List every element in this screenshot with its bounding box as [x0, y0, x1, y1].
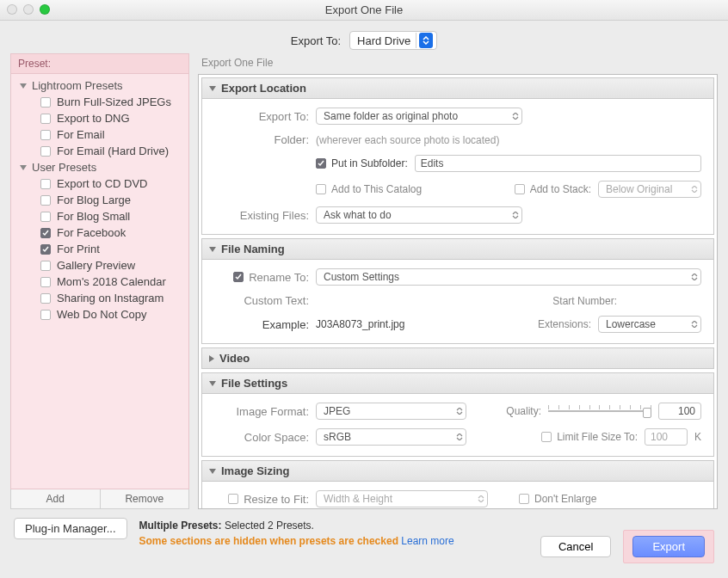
- checkbox[interactable]: [40, 228, 51, 238]
- export-to-select[interactable]: Hard Drive: [349, 31, 437, 50]
- updown-icon: [691, 321, 698, 328]
- preset-header: Preset:: [10, 53, 189, 73]
- updown-icon: [456, 408, 463, 415]
- preset-item[interactable]: For Blog Small: [11, 208, 188, 224]
- checkbox[interactable]: [40, 277, 51, 287]
- checkbox[interactable]: [40, 244, 51, 255]
- panels-scroll[interactable]: Export Location Export To: Same folder a…: [198, 74, 718, 509]
- preset-list[interactable]: Lightroom Presets Burn Full-Sized JPEGs …: [10, 73, 189, 489]
- plugin-manager-button[interactable]: Plug-in Manager...: [14, 518, 127, 539]
- checkbox[interactable]: [40, 146, 51, 157]
- window-title: Export One File: [325, 3, 403, 16]
- add-stack-checkbox[interactable]: Add to Stack:: [515, 183, 591, 195]
- limit-input[interactable]: [645, 428, 688, 446]
- close-icon[interactable]: [7, 4, 17, 15]
- subfolder-checkbox[interactable]: Put in Subfolder:: [316, 157, 408, 169]
- cancel-button[interactable]: Cancel: [540, 536, 611, 557]
- checkbox[interactable]: [233, 272, 244, 282]
- export-button-highlight: Export: [623, 530, 714, 563]
- preset-item[interactable]: Export to DNG: [11, 110, 188, 126]
- learn-more-link[interactable]: Learn more: [401, 535, 453, 547]
- checkbox[interactable]: [519, 494, 529, 504]
- start-number-label: Start Number:: [552, 295, 617, 307]
- checkbox[interactable]: [316, 184, 326, 194]
- slider-thumb-icon[interactable]: [643, 408, 651, 418]
- rename-dropdown[interactable]: Custom Settings: [316, 268, 701, 286]
- extensions-dropdown[interactable]: Lowercase: [598, 316, 701, 333]
- panel-header[interactable]: Export Location: [202, 78, 713, 99]
- checkbox[interactable]: [40, 310, 51, 320]
- checkbox[interactable]: [40, 212, 51, 222]
- disclosure-icon: [209, 247, 216, 252]
- existing-dropdown[interactable]: Ask what to do: [316, 206, 522, 224]
- footer-message: Multiple Presets: Selected 2 Presets. So…: [139, 518, 528, 549]
- preset-item[interactable]: Mom's 2018 Calendar: [11, 274, 188, 290]
- checkbox[interactable]: [40, 130, 51, 140]
- main-content: Export One File Export Location Export T…: [198, 53, 718, 509]
- custom-text-label: Custom Text:: [214, 294, 309, 307]
- preset-item[interactable]: For Facebook: [11, 224, 188, 241]
- disclosure-icon: [209, 86, 216, 91]
- format-dropdown[interactable]: JPEG: [316, 403, 466, 420]
- limit-checkbox[interactable]: Limit File Size To:: [541, 431, 638, 443]
- preset-item[interactable]: For Email (Hard Drive): [11, 143, 188, 159]
- preset-group-lightroom[interactable]: Lightroom Presets: [11, 77, 188, 94]
- extensions-label: Extensions:: [538, 318, 591, 330]
- panel-header[interactable]: File Settings: [202, 373, 713, 394]
- enlarge-checkbox[interactable]: Don't Enlarge: [519, 493, 596, 505]
- quality-input[interactable]: [658, 403, 701, 420]
- add-catalog-checkbox[interactable]: Add to This Catalog: [316, 183, 422, 195]
- checkbox[interactable]: [541, 432, 552, 442]
- disclosure-icon: [209, 355, 214, 362]
- subfolder-input[interactable]: [415, 155, 701, 172]
- panel-file-settings: File Settings Image Format: JPEG Quality…: [201, 372, 714, 457]
- preset-item[interactable]: For Print: [11, 241, 188, 257]
- preset-item[interactable]: Web Do Not Copy: [11, 306, 188, 323]
- resize-dropdown[interactable]: Width & Height: [316, 490, 488, 507]
- footer: Plug-in Manager... Multiple Presets: Sel…: [0, 509, 728, 564]
- stack-dropdown[interactable]: Below Original: [598, 181, 701, 198]
- updown-icon: [691, 186, 698, 193]
- quality-slider[interactable]: [548, 405, 651, 417]
- panel-video: Video: [201, 347, 714, 369]
- export-button[interactable]: Export: [632, 536, 705, 557]
- add-preset-button[interactable]: Add: [11, 489, 100, 508]
- export-to-label: Export To:: [291, 34, 341, 47]
- disclosure-icon: [209, 469, 216, 474]
- preset-item[interactable]: For Email: [11, 126, 188, 143]
- panel-file-naming: File Naming Rename To: Custom Settings C…: [201, 238, 714, 344]
- preset-item[interactable]: Export to CD DVD: [11, 175, 188, 192]
- titlebar: Export One File: [0, 0, 728, 21]
- remove-preset-button[interactable]: Remove: [100, 489, 189, 508]
- color-dropdown[interactable]: sRGB: [316, 428, 466, 446]
- minimize-icon[interactable]: [23, 4, 34, 15]
- checkbox[interactable]: [316, 158, 326, 169]
- existing-label: Existing Files:: [214, 209, 309, 222]
- export-to-dropdown[interactable]: Same folder as original photo: [316, 108, 522, 125]
- checkbox[interactable]: [40, 114, 51, 124]
- checkbox[interactable]: [40, 97, 51, 108]
- zoom-icon[interactable]: [40, 4, 50, 15]
- panel-header[interactable]: File Naming: [202, 239, 713, 260]
- disclosure-icon: [209, 381, 216, 386]
- preset-sidebar: Preset: Lightroom Presets Burn Full-Size…: [10, 53, 189, 509]
- checkbox[interactable]: [40, 179, 51, 189]
- disclosure-icon: [20, 83, 27, 89]
- preset-group-user[interactable]: User Presets: [11, 159, 188, 175]
- updown-icon: [512, 113, 519, 120]
- checkbox[interactable]: [228, 494, 238, 504]
- rename-checkbox[interactable]: Rename To:: [214, 271, 309, 284]
- panel-header[interactable]: Video: [202, 348, 713, 368]
- checkbox[interactable]: [40, 195, 51, 206]
- checkbox[interactable]: [40, 261, 51, 271]
- export-to-label: Export To:: [214, 110, 309, 123]
- preset-item[interactable]: Burn Full-Sized JPEGs: [11, 94, 188, 110]
- checkbox[interactable]: [515, 184, 525, 194]
- resize-checkbox[interactable]: Resize to Fit:: [214, 493, 309, 506]
- preset-item[interactable]: For Blog Large: [11, 192, 188, 208]
- preset-item[interactable]: Gallery Preview: [11, 257, 188, 274]
- checkbox[interactable]: [40, 293, 51, 304]
- panel-header[interactable]: Image Sizing: [202, 461, 713, 482]
- updown-icon: [456, 434, 463, 440]
- preset-item[interactable]: Sharing on Instagram: [11, 290, 188, 306]
